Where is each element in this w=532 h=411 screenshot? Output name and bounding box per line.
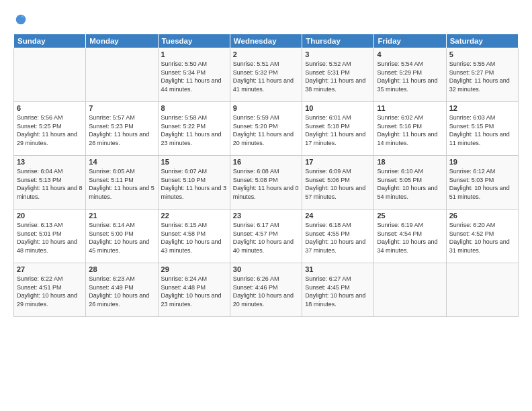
day-number: 23	[233, 212, 299, 220]
day-info: Sunrise: 5:59 AM Sunset: 5:20 PM Dayligh…	[233, 113, 299, 147]
day-info: Sunrise: 5:54 AM Sunset: 5:29 PM Dayligh…	[377, 60, 443, 93]
calendar-cell: 20Sunrise: 6:13 AM Sunset: 5:01 PM Dayli…	[14, 210, 86, 263]
day-number: 20	[17, 212, 83, 220]
day-info: Sunrise: 5:55 AM Sunset: 5:27 PM Dayligh…	[449, 60, 515, 93]
logo-icon	[13, 12, 28, 27]
day-info: Sunrise: 6:05 AM Sunset: 5:11 PM Dayligh…	[89, 167, 154, 201]
day-info: Sunrise: 5:58 AM Sunset: 5:22 PM Dayligh…	[161, 113, 227, 147]
calendar-table: SundayMondayTuesdayWednesdayThursdayFrid…	[13, 34, 519, 317]
calendar-cell: 13Sunrise: 6:04 AM Sunset: 5:13 PM Dayli…	[14, 156, 86, 210]
day-info: Sunrise: 6:17 AM Sunset: 4:57 PM Dayligh…	[233, 221, 299, 255]
calendar-cell: 26Sunrise: 6:20 AM Sunset: 4:52 PM Dayli…	[446, 210, 518, 263]
calendar-cell: 21Sunrise: 6:14 AM Sunset: 5:00 PM Dayli…	[86, 210, 158, 263]
day-number: 9	[233, 104, 299, 112]
day-info: Sunrise: 6:18 AM Sunset: 4:55 PM Dayligh…	[305, 221, 371, 255]
calendar-week-1: 1Sunrise: 5:50 AM Sunset: 5:34 PM Daylig…	[14, 48, 519, 102]
day-info: Sunrise: 6:27 AM Sunset: 4:45 PM Dayligh…	[305, 275, 371, 308]
day-info: Sunrise: 6:26 AM Sunset: 4:46 PM Dayligh…	[233, 275, 299, 308]
calendar-cell: 14Sunrise: 6:05 AM Sunset: 5:11 PM Dayli…	[86, 156, 158, 210]
day-info: Sunrise: 5:56 AM Sunset: 5:25 PM Dayligh…	[17, 113, 83, 147]
day-number: 17	[305, 158, 371, 166]
weekday-header-monday: Monday	[86, 34, 158, 48]
day-number: 30	[233, 265, 299, 273]
calendar-cell: 11Sunrise: 6:02 AM Sunset: 5:16 PM Dayli…	[374, 102, 446, 156]
day-info: Sunrise: 6:13 AM Sunset: 5:01 PM Dayligh…	[17, 221, 83, 255]
day-number: 24	[305, 212, 371, 220]
day-number: 21	[89, 212, 154, 220]
calendar-cell: 10Sunrise: 6:01 AM Sunset: 5:18 PM Dayli…	[302, 102, 374, 156]
calendar-cell: 8Sunrise: 5:58 AM Sunset: 5:22 PM Daylig…	[158, 102, 230, 156]
day-number: 16	[233, 158, 299, 166]
page-header	[13, 12, 519, 27]
day-number: 26	[449, 212, 515, 220]
calendar-cell: 4Sunrise: 5:54 AM Sunset: 5:29 PM Daylig…	[374, 48, 446, 102]
calendar-cell	[446, 263, 518, 317]
calendar-cell: 7Sunrise: 5:57 AM Sunset: 5:23 PM Daylig…	[86, 102, 158, 156]
weekday-header-saturday: Saturday	[446, 34, 518, 48]
day-info: Sunrise: 6:23 AM Sunset: 4:49 PM Dayligh…	[89, 275, 154, 308]
weekday-header-wednesday: Wednesday	[230, 34, 302, 48]
calendar-week-4: 20Sunrise: 6:13 AM Sunset: 5:01 PM Dayli…	[14, 210, 519, 263]
day-number: 22	[161, 212, 227, 220]
day-info: Sunrise: 6:01 AM Sunset: 5:18 PM Dayligh…	[305, 113, 371, 147]
day-info: Sunrise: 6:19 AM Sunset: 4:54 PM Dayligh…	[377, 221, 443, 255]
calendar-cell	[14, 48, 86, 102]
day-info: Sunrise: 6:03 AM Sunset: 5:15 PM Dayligh…	[449, 113, 515, 147]
day-number: 12	[449, 104, 515, 112]
day-number: 28	[89, 265, 154, 273]
day-info: Sunrise: 6:02 AM Sunset: 5:16 PM Dayligh…	[377, 113, 443, 147]
calendar-cell: 24Sunrise: 6:18 AM Sunset: 4:55 PM Dayli…	[302, 210, 374, 263]
calendar-cell: 5Sunrise: 5:55 AM Sunset: 5:27 PM Daylig…	[446, 48, 518, 102]
day-number: 1	[161, 50, 227, 58]
day-info: Sunrise: 6:15 AM Sunset: 4:58 PM Dayligh…	[161, 221, 227, 255]
weekday-header-friday: Friday	[374, 34, 446, 48]
calendar-header-row: SundayMondayTuesdayWednesdayThursdayFrid…	[14, 34, 519, 48]
day-number: 4	[377, 50, 443, 58]
day-number: 25	[377, 212, 443, 220]
weekday-header-thursday: Thursday	[302, 34, 374, 48]
calendar-cell: 19Sunrise: 6:12 AM Sunset: 5:03 PM Dayli…	[446, 156, 518, 210]
day-info: Sunrise: 5:51 AM Sunset: 5:32 PM Dayligh…	[233, 60, 299, 93]
day-number: 5	[449, 50, 515, 58]
day-info: Sunrise: 6:24 AM Sunset: 4:48 PM Dayligh…	[161, 275, 227, 308]
day-number: 2	[233, 50, 299, 58]
day-number: 19	[449, 158, 515, 166]
calendar-cell	[374, 263, 446, 317]
day-number: 14	[89, 158, 154, 166]
calendar-cell: 16Sunrise: 6:08 AM Sunset: 5:08 PM Dayli…	[230, 156, 302, 210]
calendar-cell: 12Sunrise: 6:03 AM Sunset: 5:15 PM Dayli…	[446, 102, 518, 156]
day-info: Sunrise: 5:52 AM Sunset: 5:31 PM Dayligh…	[305, 60, 371, 93]
day-number: 3	[305, 50, 371, 58]
day-info: Sunrise: 5:57 AM Sunset: 5:23 PM Dayligh…	[89, 113, 154, 147]
calendar-cell: 29Sunrise: 6:24 AM Sunset: 4:48 PM Dayli…	[158, 263, 230, 317]
calendar-week-2: 6Sunrise: 5:56 AM Sunset: 5:25 PM Daylig…	[14, 102, 519, 156]
weekday-header-sunday: Sunday	[14, 34, 86, 48]
day-number: 18	[377, 158, 443, 166]
calendar-cell: 3Sunrise: 5:52 AM Sunset: 5:31 PM Daylig…	[302, 48, 374, 102]
calendar-body: 1Sunrise: 5:50 AM Sunset: 5:34 PM Daylig…	[14, 48, 519, 317]
calendar-cell: 23Sunrise: 6:17 AM Sunset: 4:57 PM Dayli…	[230, 210, 302, 263]
calendar-cell: 2Sunrise: 5:51 AM Sunset: 5:32 PM Daylig…	[230, 48, 302, 102]
day-number: 7	[89, 104, 154, 112]
day-number: 10	[305, 104, 371, 112]
day-info: Sunrise: 6:10 AM Sunset: 5:05 PM Dayligh…	[377, 167, 443, 201]
day-info: Sunrise: 6:08 AM Sunset: 5:08 PM Dayligh…	[233, 167, 299, 201]
calendar-cell: 9Sunrise: 5:59 AM Sunset: 5:20 PM Daylig…	[230, 102, 302, 156]
day-info: Sunrise: 6:09 AM Sunset: 5:06 PM Dayligh…	[305, 167, 371, 201]
calendar-cell: 1Sunrise: 5:50 AM Sunset: 5:34 PM Daylig…	[158, 48, 230, 102]
logo	[13, 12, 31, 27]
calendar-week-3: 13Sunrise: 6:04 AM Sunset: 5:13 PM Dayli…	[14, 156, 519, 210]
calendar-cell: 28Sunrise: 6:23 AM Sunset: 4:49 PM Dayli…	[86, 263, 158, 317]
weekday-header-tuesday: Tuesday	[158, 34, 230, 48]
calendar-cell: 25Sunrise: 6:19 AM Sunset: 4:54 PM Dayli…	[374, 210, 446, 263]
day-number: 11	[377, 104, 443, 112]
day-info: Sunrise: 6:04 AM Sunset: 5:13 PM Dayligh…	[17, 167, 83, 201]
day-info: Sunrise: 6:20 AM Sunset: 4:52 PM Dayligh…	[449, 221, 515, 255]
calendar-cell: 15Sunrise: 6:07 AM Sunset: 5:10 PM Dayli…	[158, 156, 230, 210]
calendar-cell: 27Sunrise: 6:22 AM Sunset: 4:51 PM Dayli…	[14, 263, 86, 317]
calendar-cell	[86, 48, 158, 102]
day-info: Sunrise: 5:50 AM Sunset: 5:34 PM Dayligh…	[161, 60, 227, 93]
day-number: 31	[305, 265, 371, 273]
calendar-cell: 30Sunrise: 6:26 AM Sunset: 4:46 PM Dayli…	[230, 263, 302, 317]
day-number: 13	[17, 158, 83, 166]
